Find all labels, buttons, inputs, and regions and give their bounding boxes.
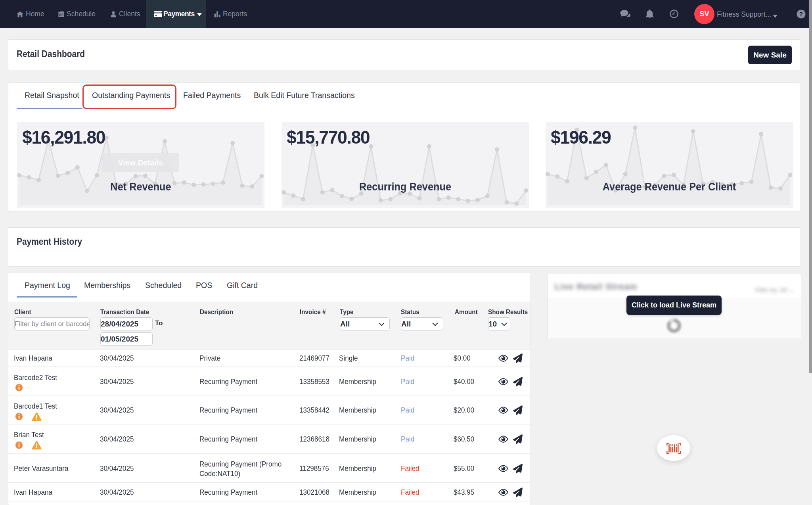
svg-text:?: ? bbox=[799, 11, 803, 17]
